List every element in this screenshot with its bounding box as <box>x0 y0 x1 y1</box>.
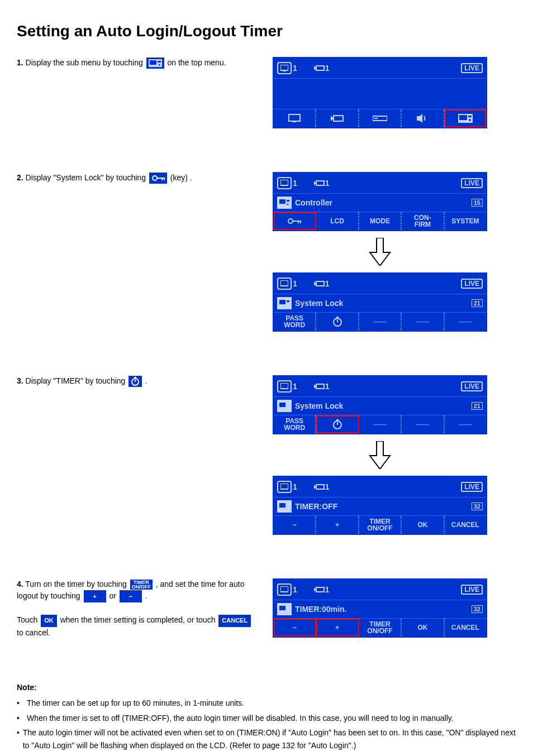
svg-rect-53 <box>316 485 324 489</box>
tab-password[interactable]: PASS WORD <box>274 415 316 433</box>
svg-rect-54 <box>279 503 285 508</box>
step-number-1: 1. <box>17 58 23 67</box>
svg-rect-46 <box>316 384 324 389</box>
svg-point-18 <box>469 119 471 121</box>
timer-icon <box>332 316 343 327</box>
monitor-num: 1 <box>293 64 297 73</box>
plus-button[interactable]: + <box>316 619 359 637</box>
minus-button[interactable]: − <box>120 590 142 602</box>
controller-icon <box>277 603 292 615</box>
step2-text-a: Display "System Lock" by touching <box>26 173 148 182</box>
tab-monitor[interactable] <box>274 109 316 127</box>
live-badge: LIVE <box>461 63 483 73</box>
ok-button[interactable]: OK <box>402 619 444 637</box>
timer-icon-button[interactable] <box>129 376 142 387</box>
monitor-icon <box>288 114 301 123</box>
svg-rect-11 <box>334 116 343 121</box>
page-title: Setting an Auto Login/Logout Timer <box>17 22 516 40</box>
controller-icon <box>277 500 292 513</box>
svg-rect-31 <box>298 221 299 223</box>
svg-rect-51 <box>280 484 288 489</box>
syslock-title: System Lock <box>295 299 343 308</box>
page-number: 21 <box>472 299 483 307</box>
controller-icon <box>277 197 292 209</box>
timer-onoff-button[interactable]: TIMER ON/OFF <box>359 516 402 534</box>
cancel-button[interactable]: CANCEL <box>218 615 251 627</box>
minus-button[interactable]: − <box>274 516 316 534</box>
svg-rect-21 <box>161 178 163 180</box>
arrow-down-icon <box>369 238 391 266</box>
cancel-button[interactable]: CANCEL <box>445 516 486 534</box>
monitor-icon <box>280 65 288 71</box>
tab-system[interactable]: SYSTEM <box>445 212 486 230</box>
svg-marker-14 <box>417 114 422 123</box>
monitor-icon <box>280 280 288 287</box>
timer-onoff-button[interactable]: TIMERON/OFF <box>130 580 153 590</box>
key-icon <box>151 175 165 181</box>
svg-rect-58 <box>279 606 285 610</box>
controller-icon <box>277 400 292 412</box>
controller-icon <box>277 297 292 309</box>
plus-button[interactable]: + <box>84 590 106 602</box>
lcd-screen-2b: 1 1 LIVE System Lock 21 PASS WORD —— —— … <box>273 272 487 332</box>
camera-icon <box>314 383 325 390</box>
step4-text-1d: . <box>145 591 147 600</box>
monitor-icon <box>280 586 288 593</box>
note-1: The timer can be set up for up to 60 min… <box>27 697 244 709</box>
svg-point-29 <box>288 219 293 223</box>
monitor-icon <box>280 383 288 390</box>
svg-rect-9 <box>293 121 296 122</box>
note-heading: Note: <box>17 681 516 693</box>
svg-rect-55 <box>280 586 288 592</box>
ok-button[interactable]: OK <box>402 516 444 534</box>
empty-cell: —— <box>402 313 444 331</box>
tab-lcd[interactable]: LCD <box>316 212 359 230</box>
ok-button[interactable]: OK <box>41 615 57 627</box>
tab-timer-icon[interactable] <box>316 415 359 433</box>
tab-controller[interactable] <box>445 109 486 127</box>
svg-point-19 <box>153 176 157 180</box>
tab-recorder[interactable] <box>359 109 402 127</box>
svg-rect-2 <box>158 61 161 63</box>
svg-rect-35 <box>316 281 324 286</box>
note-2: When the timer is set to off (TIMER:OFF)… <box>27 712 454 724</box>
step-number-4: 4. <box>17 580 23 588</box>
tab-password[interactable]: PASS WORD <box>274 313 316 331</box>
camera-icon <box>331 114 344 122</box>
timer-00-label: TIMER:00min. <box>295 605 347 614</box>
svg-rect-36 <box>279 300 285 304</box>
step4-text-1a: Turn on the timer by touching <box>25 580 129 588</box>
step1-text-b: on the top menu. <box>167 58 226 67</box>
svg-rect-1 <box>150 60 156 65</box>
lcd-screen-3a: 1 1 LIVE System Lock 21 PASS WORD —— —— … <box>273 375 487 434</box>
plus-button[interactable]: + <box>316 516 359 534</box>
lcd-screen-4: 1 1 LIVE TIMER:00min. 32 − + TIMER ON/OF… <box>273 578 487 638</box>
timer-onoff-button[interactable]: TIMER ON/OFF <box>359 619 402 637</box>
tab-timer-icon[interactable] <box>316 313 359 331</box>
camera-icon <box>314 586 325 593</box>
camera-icon <box>314 484 325 490</box>
key-icon <box>287 217 302 225</box>
empty-cell: —— <box>445 313 486 331</box>
step2-hint: (key) <box>170 173 188 182</box>
svg-rect-23 <box>280 180 288 185</box>
controller-icon-button[interactable] <box>146 58 164 69</box>
controller-title: Controller <box>295 198 332 207</box>
cancel-button[interactable]: CANCEL <box>445 619 486 637</box>
svg-point-3 <box>158 64 160 66</box>
tab-speaker[interactable] <box>402 109 444 127</box>
tab-confirm[interactable]: CON- FIRM <box>402 212 444 230</box>
tab-mode[interactable]: MODE <box>359 212 402 230</box>
empty-cell: —— <box>359 415 402 433</box>
camera-icon <box>314 280 325 287</box>
step4-text-2a: Touch <box>17 615 40 624</box>
svg-rect-47 <box>279 403 285 407</box>
minus-button[interactable]: − <box>274 619 316 637</box>
key-icon-button[interactable] <box>149 173 167 184</box>
svg-rect-22 <box>164 178 165 180</box>
step4-text-2c: to cancel. <box>17 628 50 637</box>
step2-text-b: . <box>190 173 192 182</box>
tab-camera[interactable] <box>316 109 359 127</box>
tab-key[interactable] <box>274 212 316 230</box>
timer-icon <box>332 419 343 430</box>
